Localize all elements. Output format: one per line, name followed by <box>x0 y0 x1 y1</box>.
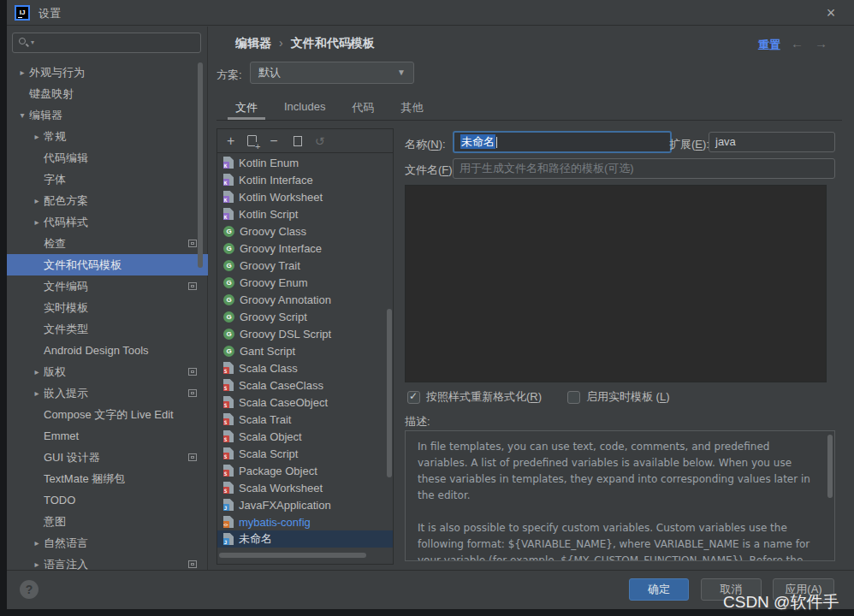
sidebar-item[interactable]: Android Design Tools <box>7 340 208 361</box>
reset-link[interactable]: 重置 <box>758 38 780 53</box>
duplicate-template-icon[interactable] <box>294 136 302 146</box>
chevron-right-icon[interactable]: ▸ <box>30 538 44 548</box>
sidebar-item[interactable]: ▸嵌入提示 <box>7 382 208 404</box>
template-list-item[interactable]: J未命名 <box>217 530 393 548</box>
template-list-item[interactable]: GGroovy DSL Script <box>217 325 393 342</box>
create-child-template-icon[interactable] <box>247 135 257 146</box>
sidebar-item[interactable]: 文件编码 <box>7 275 208 297</box>
chevron-right-icon[interactable]: ▸ <box>30 196 44 205</box>
template-list-item[interactable]: SScala CaseClass <box>217 376 393 394</box>
template-content-editor[interactable] <box>405 185 827 382</box>
scheme-label: 方案: <box>216 68 242 83</box>
tab-other[interactable]: 其他 <box>393 95 430 120</box>
template-list-item[interactable]: SScala CaseObject <box>217 394 393 411</box>
template-list-item[interactable]: GGroovy Class <box>217 222 393 240</box>
template-list-item[interactable]: SScala Worksheet <box>217 479 393 496</box>
sidebar-item[interactable]: ▸配色方案 <box>7 190 208 211</box>
template-list-item[interactable]: SScala Class <box>217 359 393 376</box>
template-list-item[interactable]: KKotlin Interface <box>217 171 393 188</box>
sidebar-item[interactable]: ▸自然语言 <box>7 532 208 554</box>
chevron-right-icon[interactable]: ▸ <box>30 367 44 376</box>
search-input[interactable]: ▾ <box>12 33 201 53</box>
sidebar-item[interactable]: ▸语言注入 <box>7 554 208 570</box>
remove-template-icon[interactable]: − <box>270 134 277 148</box>
template-list-item[interactable]: KKotlin Worksheet <box>217 188 393 205</box>
back-arrow-icon[interactable]: ← <box>791 36 804 50</box>
extension-input[interactable]: java <box>709 132 835 152</box>
forward-arrow-icon[interactable]: → <box>815 36 827 50</box>
sidebar-item[interactable]: 字体 <box>7 169 208 190</box>
sidebar-item[interactable]: ▸版权 <box>7 361 208 382</box>
chevron-right-icon[interactable]: ▸ <box>30 132 44 141</box>
template-list-item[interactable]: SScala Script <box>217 445 393 462</box>
sidebar-item[interactable]: 文件和代码模板 <box>7 254 208 275</box>
template-list-item[interactable]: KKotlin Script <box>217 205 393 222</box>
sidebar-item[interactable]: ▸常规 <box>7 126 208 147</box>
sidebar-item[interactable]: ▸代码样式 <box>7 211 208 233</box>
sidebar-item[interactable]: 检查 <box>7 233 208 254</box>
template-list-item[interactable]: GGroovy Trait <box>217 257 393 274</box>
chevron-right-icon[interactable]: ▸ <box>15 68 29 77</box>
template-list-item[interactable]: GGant Script <box>217 342 393 359</box>
sidebar-item-label: Emmet <box>44 429 79 442</box>
ok-button[interactable]: 确定 <box>629 578 689 601</box>
tab-files[interactable]: 文件 <box>228 95 265 120</box>
breadcrumb-editor[interactable]: 编辑器 <box>235 36 271 50</box>
sidebar-item[interactable]: 代码编辑 <box>7 147 208 169</box>
template-vertical-scrollbar[interactable] <box>387 309 392 477</box>
name-input-selected-text: 未命名 <box>460 134 495 149</box>
sidebar-item-label: 文件类型 <box>44 322 88 337</box>
sidebar-item[interactable]: ▾编辑器 <box>7 104 208 126</box>
template-list-item[interactable]: GGroovy Annotation <box>217 291 393 308</box>
tab-code[interactable]: 代码 <box>344 95 382 120</box>
chevron-right-icon[interactable]: ▸ <box>30 217 44 227</box>
template-name: 未命名 <box>239 531 272 547</box>
template-list-item[interactable]: JJavaFXApplication <box>217 496 393 513</box>
filename-input[interactable]: 用于生成文件名和路径的模板(可选) <box>453 158 835 179</box>
chevron-right-icon[interactable]: ▸ <box>30 388 44 398</box>
sidebar-item[interactable]: ▸外观与行为 <box>7 62 208 83</box>
template-list-item[interactable]: SPackage Object <box>217 462 393 479</box>
template-list-item[interactable]: <>mybatis-config <box>217 513 393 530</box>
scheme-dropdown[interactable]: 默认 ▼ <box>250 62 414 84</box>
live-template-checkbox[interactable] <box>567 391 580 404</box>
sidebar-item-label: 自然语言 <box>44 536 88 551</box>
template-list-item[interactable]: GGroovy Enum <box>217 274 393 291</box>
chevron-right-icon[interactable]: ▸ <box>30 560 44 569</box>
intellij-logo-icon: IJ <box>15 5 30 21</box>
groovy-file-icon: G <box>223 243 234 254</box>
sidebar-item[interactable]: Compose 文字的 Live Edit <box>7 404 208 425</box>
sidebar-item[interactable]: TODO <box>7 489 208 511</box>
search-options-chevron-icon[interactable]: ▾ <box>31 38 34 46</box>
scala-file-icon: S <box>223 430 234 442</box>
java-file-icon: J <box>223 499 234 511</box>
sidebar-item[interactable]: 键盘映射 <box>7 83 208 104</box>
sidebar-scrollbar[interactable] <box>198 62 203 268</box>
template-list-item[interactable]: GGroovy Interface <box>217 240 393 257</box>
tab-includes[interactable]: Includes <box>276 95 333 120</box>
breadcrumb-file-templates: 文件和代码模板 <box>291 36 375 50</box>
sidebar-item[interactable]: Emmet <box>7 425 208 447</box>
description-scrollbar[interactable] <box>827 435 833 498</box>
sidebar-item[interactable]: GUI 设计器 <box>7 447 208 468</box>
sidebar-item[interactable]: TextMate 捆绑包 <box>7 468 208 489</box>
help-button[interactable]: ? <box>20 580 39 599</box>
template-list-item[interactable]: GGroovy Script <box>217 308 393 325</box>
sidebar-item[interactable]: 文件类型 <box>7 318 208 340</box>
sidebar-item-label: 实时模板 <box>44 300 88 316</box>
tabs-divider <box>216 120 842 121</box>
description-label: 描述: <box>405 414 430 429</box>
template-list-item[interactable]: SScala Trait <box>217 411 393 428</box>
template-horizontal-scrollbar[interactable] <box>219 553 366 558</box>
sidebar-item[interactable]: 意图 <box>7 511 208 532</box>
close-icon[interactable]: × <box>821 3 840 22</box>
sidebar-item-label: GUI 设计器 <box>44 450 100 465</box>
chevron-down-icon[interactable]: ▾ <box>15 110 29 120</box>
reformat-checkbox[interactable] <box>407 391 420 404</box>
name-input[interactable]: 未命名 <box>453 131 672 153</box>
sidebar-item-label: 常规 <box>44 129 66 145</box>
template-list-item[interactable]: KKotlin Enum <box>217 154 393 171</box>
add-template-icon[interactable]: + <box>227 134 234 148</box>
template-list-item[interactable]: SScala Object <box>217 428 393 445</box>
sidebar-item[interactable]: 实时模板 <box>7 297 208 318</box>
